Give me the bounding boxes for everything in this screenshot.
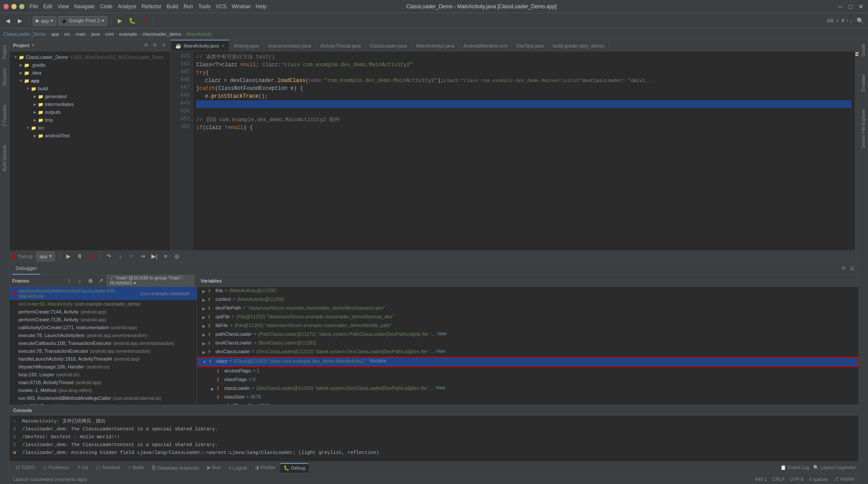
stop-debug-button[interactable]: ■	[87, 252, 96, 261]
frame-item-13[interactable]: run:493, RuntimeInit$MethodAndArgsCaller…	[10, 394, 197, 402]
tree-item-build[interactable]: ▼ 📁 build	[10, 85, 171, 92]
tab-problems[interactable]: ⚠ Problems	[39, 463, 72, 473]
breadcrumb-mainactivity[interactable]: MainActivity	[186, 31, 212, 37]
var-classsize[interactable]: f classSize = 4576	[197, 393, 858, 402]
breadcrumb-app[interactable]: app	[51, 31, 59, 37]
expand-arrow[interactable]: ▶	[32, 109, 38, 115]
toolbar-forward-button[interactable]: ▶	[15, 16, 25, 26]
device-file-explorer-tab[interactable]: Device File Explorer	[859, 105, 868, 152]
menu-run[interactable]: Run	[184, 3, 193, 10]
expand-arrow[interactable]: ▶	[32, 133, 38, 138]
git-branch[interactable]: ⎇ master	[833, 476, 855, 482]
debugger-tab[interactable]: Debugger	[12, 262, 40, 275]
tab-git[interactable]: ↗ Git	[73, 463, 92, 473]
tab-mainactivity2[interactable]: MainActivity2.java	[412, 40, 459, 51]
layout-inspector-link[interactable]: 🔍 Layout Inspector	[813, 465, 856, 470]
code-content[interactable]: // 该类中有可执行方法 test() Class<?> clazz = nul…	[193, 51, 855, 250]
editor-scrollbar[interactable]	[855, 51, 858, 250]
tab-close-button[interactable]: ✕	[221, 44, 225, 48]
frame-item-6[interactable]: executeCallbacks:108, TransactionExecuto…	[10, 339, 197, 347]
force-step-over-button[interactable]: ⇒	[139, 252, 147, 261]
frame-item-4[interactable]: callActivityOnCreate:1271, Instrumentati…	[10, 324, 197, 331]
tab-profiler[interactable]: ◑ Profiler	[251, 463, 279, 473]
expand-arrow[interactable]: ▶	[18, 70, 24, 75]
frame-item-5[interactable]: execute:78, LaunchActivityItem (android.…	[10, 331, 197, 339]
tab-mainactivity[interactable]: ☕ MainActivity.java ✕	[171, 40, 229, 51]
menu-bar[interactable]: File Edit View Navigate Code Analyze Ref…	[30, 3, 267, 10]
menu-file[interactable]: File	[30, 3, 38, 10]
menu-build[interactable]: Build	[167, 3, 178, 10]
menu-refactor[interactable]: Refactor	[142, 3, 161, 10]
tab-classloader[interactable]: ClassLoader.java	[366, 40, 411, 51]
tab-build[interactable]: ✓ Build	[124, 463, 147, 473]
toolbar-back-button[interactable]: ◀	[3, 16, 13, 26]
step-into-button[interactable]: ↓	[116, 252, 125, 261]
frame-item-12[interactable]: invoke:-1, Method (java.lang.reflect)	[10, 386, 197, 394]
expand-arrow[interactable]: ▶	[32, 102, 38, 107]
navigate-link[interactable]: Navigate	[369, 358, 386, 363]
run-to-cursor-button[interactable]: ▶|	[150, 252, 159, 261]
build-variants-tab[interactable]: Build Variants	[0, 140, 9, 176]
favorites-tab[interactable]: Z Favorites	[0, 100, 9, 131]
close-panel-button[interactable]: ✕	[160, 42, 167, 49]
stop-button[interactable]: ■	[139, 16, 150, 26]
var-pathclassloader[interactable]: ▶ f pathClassLoader = (PathClassLoader@1…	[197, 331, 858, 339]
event-log-link[interactable]: 📋 Event Log	[780, 465, 810, 470]
tab-activity[interactable]: Activity.java	[229, 40, 263, 51]
menu-navigate[interactable]: Navigate	[74, 3, 95, 10]
expand-icon[interactable]: ▶	[201, 323, 207, 330]
menu-view[interactable]: View	[58, 3, 69, 10]
tree-item-src[interactable]: ▼ 📁 src	[10, 124, 171, 132]
frame-item-7[interactable]: execute:78, TransactionExecutor (android…	[10, 347, 197, 355]
indent[interactable]: 4 spaces	[809, 477, 828, 482]
tree-item-intermediates[interactable]: ▶ 📁 intermediates	[10, 100, 171, 108]
breadcrumb-classloader-demo[interactable]: classloader_demo	[142, 31, 181, 37]
breadcrumb-src[interactable]: src	[64, 31, 71, 37]
project-tab[interactable]: Project	[0, 41, 9, 63]
run-button[interactable]: ▶	[115, 16, 125, 26]
menu-edit[interactable]: Edit	[43, 3, 52, 10]
expand-icon[interactable]: ▶	[201, 297, 207, 303]
trace-button[interactable]: ◎	[173, 252, 181, 261]
expand-arrow[interactable]: ▶	[32, 117, 38, 123]
menu-vcs[interactable]: VCS	[216, 3, 227, 10]
maximize-button[interactable]	[19, 4, 24, 9]
menu-code[interactable]: Code	[100, 3, 113, 10]
frames-up-button[interactable]: ↑	[65, 276, 74, 285]
expand-icon[interactable]: ▶	[209, 385, 215, 392]
var-classflags[interactable]: f classFlags = 0	[197, 376, 858, 385]
frame-item-11[interactable]: main:6718, ActivityThread (android.app)	[10, 378, 197, 386]
tab-buildgradle[interactable]: build.gradle (dex_demo)	[548, 40, 609, 51]
restore-win-button[interactable]: □	[847, 3, 854, 10]
expand-icon[interactable]: ▶	[201, 305, 207, 312]
frame-item-1[interactable]: onCreate:60, MainActivity (com.example.c…	[10, 300, 197, 308]
tab-dextest[interactable]: DexTest.java	[512, 40, 548, 51]
minimize-button[interactable]	[11, 4, 17, 9]
var-dexfilepath[interactable]: ▶ f dexFilePath = "/data/user/0/com.exam…	[197, 304, 858, 313]
gradle-tab[interactable]: Gradle	[859, 39, 868, 61]
settings-icon[interactable]: ⚙	[151, 42, 158, 49]
close-button[interactable]	[3, 4, 9, 9]
structure-tab[interactable]: Structure	[0, 64, 9, 91]
menu-tools[interactable]: Tools	[198, 3, 211, 10]
view-link[interactable]: View	[437, 331, 447, 336]
settings-debug-icon[interactable]: ⚙	[840, 265, 847, 272]
layout-icon[interactable]: ☰	[849, 265, 856, 272]
view-link3[interactable]: View	[436, 385, 445, 390]
tree-item-gradle[interactable]: ▶ 📁 .gradle	[10, 61, 171, 69]
device-dropdown[interactable]: 📱 Google Pixel 2▾	[58, 16, 107, 26]
breadcrumb-example[interactable]: example	[119, 31, 137, 37]
breadcrumb-project[interactable]: ClassLoader_Demo	[3, 31, 46, 37]
expand-arrow[interactable]: ▶	[18, 62, 24, 68]
minimize-win-button[interactable]: ─	[837, 3, 844, 10]
breadcrumb-com[interactable]: com	[105, 31, 114, 37]
tab-run[interactable]: ▶ Run	[204, 463, 224, 473]
search-everywhere-button[interactable]: 🔍	[855, 16, 865, 26]
var-this[interactable]: ▶ f this = (MainActivity@11206)	[197, 287, 858, 296]
var-accessflags[interactable]: f accessFlags = 1	[197, 367, 858, 376]
expand-icon[interactable]: ▶	[201, 331, 207, 338]
sync-icon[interactable]: ⚙	[143, 42, 150, 49]
var-context[interactable]: ▶ f context = (MainActivity@11206)	[197, 296, 858, 304]
expand-arrow[interactable]: ▼	[13, 55, 18, 60]
var-dexclassloader[interactable]: ▶ f dexClassLoader = (DexClassLoader@113…	[197, 348, 858, 357]
